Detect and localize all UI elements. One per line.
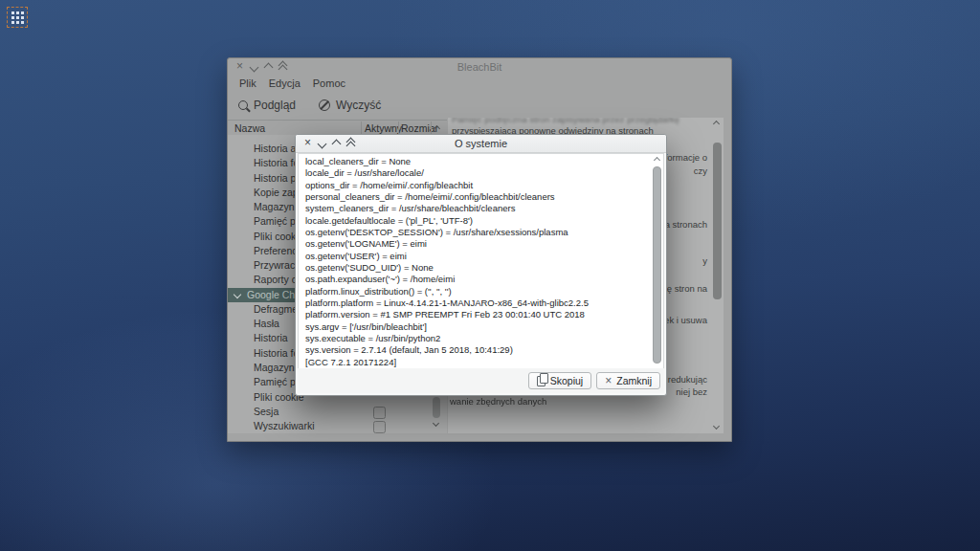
description-fragment: formacje o	[665, 152, 707, 163]
diagnostic-line: sys.version = 2.7.14 (default, Jan 5 201…	[305, 344, 513, 355]
description-fragment: niej bez	[676, 386, 707, 397]
close-icon: ×	[605, 376, 612, 386]
desc-scrollbar-thumb[interactable]	[713, 143, 722, 299]
expander-icon[interactable]	[234, 291, 241, 298]
list-item-label: Sesja	[254, 405, 278, 419]
titlebar[interactable]: × BleachBit	[228, 58, 731, 76]
list-item-label: Historia fo	[254, 346, 299, 361]
diagnostic-line: locale.getdefaultlocale = ('pl_PL', 'UTF…	[305, 215, 473, 226]
menu-plik[interactable]: Plik	[239, 77, 256, 89]
list-item-label: Hasła	[254, 317, 279, 331]
diagnostic-line: sys.executable = /usr/bin/python2	[305, 333, 440, 343]
diagnostic-line: os.getenv('USER') = eimi	[305, 251, 407, 261]
list-item-label: Historia	[254, 331, 288, 345]
diagnostic-line: platform.version = #1 SMP PREEMPT Fri Fe…	[305, 309, 585, 320]
close-label: Zamknij	[616, 375, 652, 386]
list-item-label: Wyszukiwarki	[254, 419, 315, 433]
diagnostic-line: system_cleaners_dir = /usr/share/bleachb…	[305, 203, 515, 213]
copy-label: Skopiuj	[550, 375, 583, 386]
description-fragment: czy	[694, 165, 707, 176]
search-icon	[238, 100, 248, 110]
description-bottom-fragment: wanie zbędnych danych	[450, 396, 546, 407]
block-icon	[319, 99, 330, 111]
dialog-scrollbar-thumb[interactable]	[653, 166, 661, 364]
dialog-title: O systemie	[296, 138, 666, 149]
column-nazwa[interactable]: Nazwa	[234, 122, 265, 134]
close-button[interactable]: × Zamknij	[596, 372, 660, 389]
dialog-titlebar[interactable]: × O systemie	[296, 135, 666, 153]
diagnostic-line: [GCC 7.2.1 20171224]	[305, 357, 396, 367]
copy-button[interactable]: Skopiuj	[528, 372, 591, 389]
diagnostic-line: platform.linux_distribution() = ('', '',…	[305, 286, 452, 297]
app-grid-icon[interactable]	[7, 7, 28, 28]
about-system-dialog: × O systemie local_cleaners_dir = Nonelo…	[295, 134, 667, 396]
toolbar: Podgląd Wyczyść	[238, 99, 381, 112]
desktop: × BleachBit Plik Edycja Pomoc Podgląd Wy…	[0, 0, 980, 551]
dialog-scroll-up-icon[interactable]	[654, 157, 660, 164]
window-title: BleachBit	[228, 61, 731, 73]
diagnostic-line: sys.argv = ['/usr/bin/bleachbit']	[305, 321, 427, 332]
desc-scroll-down-icon[interactable]	[713, 423, 720, 430]
menubar: Plik Edycja Pomoc	[239, 77, 345, 89]
diagnostic-line: os.path.expanduser('~') = /home/eimi	[305, 274, 455, 284]
clean-label: Wyczyść	[336, 99, 381, 112]
description-fragment: redukując	[668, 374, 707, 385]
checkbox[interactable]	[373, 407, 386, 419]
menu-pomoc[interactable]: Pomoc	[313, 77, 345, 89]
column-divider	[398, 121, 399, 134]
list-scrollbar-thumb[interactable]	[433, 397, 440, 418]
list-item[interactable]: Wyszukiwarki	[228, 419, 447, 433]
description-fragment: a stronach	[665, 219, 707, 230]
list-item[interactable]: Sesja	[228, 405, 447, 419]
dialog-footer: Skopiuj × Zamknij	[298, 368, 664, 393]
diagnostic-line: local_cleaners_dir = None	[305, 156, 411, 166]
column-divider	[361, 121, 362, 134]
grid-dots-icon	[11, 11, 14, 14]
desc-scroll-up-icon[interactable]	[713, 121, 720, 127]
column-aktywny[interactable]: Aktywny	[365, 122, 402, 134]
diagnostic-line: os.getenv('DESKTOP_SESSION') = /usr/shar…	[305, 227, 568, 237]
diagnostic-line: options_dir = /home/eimi/.config/bleachb…	[305, 180, 473, 190]
description-clipped-line: Pamięć podręczna stron zapisywana przez …	[452, 118, 679, 124]
diagnostic-line: os.getenv('LOGNAME') = eimi	[305, 238, 427, 249]
checkbox[interactable]	[373, 421, 386, 433]
list-item-label: Historia fo	[254, 156, 299, 170]
preview-label: Podgląd	[254, 99, 296, 112]
description-fragment: y	[702, 255, 707, 266]
diagnostic-line: os.getenv('SUDO_UID') = None	[305, 262, 434, 273]
diagnostic-line: locale_dir = /usr/share/locale/	[305, 167, 424, 178]
description-fragment: tę stron na	[664, 283, 707, 294]
preview-button[interactable]: Podgląd	[238, 99, 296, 112]
menu-edycja[interactable]: Edycja	[269, 77, 301, 89]
copy-icon	[537, 376, 546, 386]
column-divider	[431, 121, 432, 134]
diagnostic-line: personal_cleaners_dir = /home/eimi/.conf…	[305, 191, 555, 202]
diagnostic-line: platform.platform = Linux-4.14.21-1-MANJ…	[305, 298, 589, 308]
diagnostic-text-area[interactable]: local_cleaners_dir = Nonelocale_dir = /u…	[298, 153, 664, 377]
description-fragment: rek i usuwa	[661, 315, 707, 325]
list-item-label: Raporty o	[254, 273, 298, 287]
clean-button[interactable]: Wyczyść	[319, 99, 381, 112]
